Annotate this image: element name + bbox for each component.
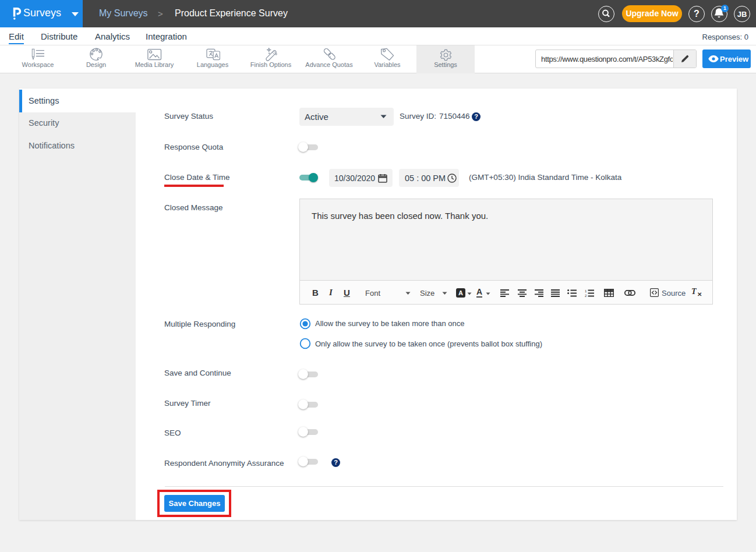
svg-text:1: 1	[585, 289, 587, 293]
svg-text:2: 2	[585, 294, 587, 297]
